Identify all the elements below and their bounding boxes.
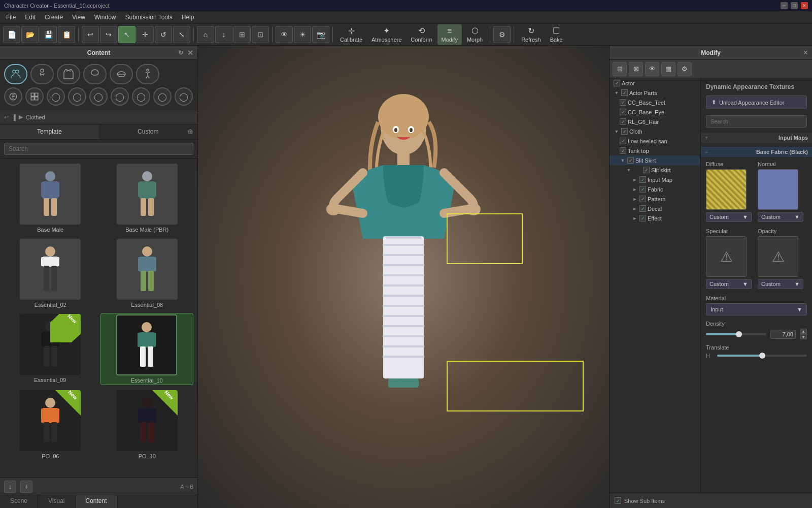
avatar-icon-btn[interactable] <box>4 64 27 84</box>
content-btn-add[interactable]: + <box>20 481 32 493</box>
redo-btn[interactable]: ↪ <box>100 26 117 43</box>
iso-btn[interactable]: ⊡ <box>252 26 269 43</box>
checkbox-cloth[interactable]: ✓ <box>621 128 628 135</box>
morph-btn[interactable]: ⬡ Morph <box>463 24 487 45</box>
grid-item-base-male[interactable]: Base Male <box>4 163 97 234</box>
density-spin-up[interactable]: ▲ <box>800 329 807 334</box>
expand-slit-skirt[interactable]: ▼ <box>620 157 626 164</box>
checkbox-low-heeled[interactable]: ✓ <box>620 138 626 144</box>
checkbox-pattern[interactable]: ✓ <box>639 196 646 202</box>
properties-search-input[interactable] <box>706 115 807 128</box>
menu-view[interactable]: View <box>68 13 89 22</box>
unload-appearance-editor-btn[interactable]: ⬆ Unload Appearance Editor <box>706 96 807 109</box>
expand-pattern[interactable]: ► <box>632 196 638 202</box>
specular-dropdown[interactable]: Custom ▼ <box>706 279 752 289</box>
tree-item-actor-parts[interactable]: ▼ ✓ Actor Parts <box>610 88 700 98</box>
icon-filter-3[interactable]: ◯ <box>47 87 65 106</box>
maximize-btn[interactable]: □ <box>791 2 798 9</box>
save-btn[interactable]: 💾 <box>40 26 57 43</box>
panel-close-btn[interactable]: ✕ <box>187 49 193 57</box>
checkbox-fabric[interactable]: ✓ <box>639 186 646 193</box>
conform-btn[interactable]: ⟲ Conform <box>407 24 436 45</box>
input-maps-expand[interactable]: + <box>705 135 708 141</box>
tab-custom[interactable]: Custom <box>99 124 198 139</box>
checkbox-actor-parts[interactable]: ✓ <box>621 89 628 96</box>
tree-item-cc-base-teeth[interactable]: ✓ CC_Base_Teet <box>610 98 700 107</box>
checkbox-tank-top[interactable]: ✓ <box>620 147 626 154</box>
diffuse-thumbnail[interactable] <box>706 169 747 210</box>
eye-btn[interactable]: 👁 <box>276 26 293 43</box>
grid-item-essential-09[interactable]: New Essential_09 <box>4 313 96 385</box>
tree-item-fabric[interactable]: ► ✓ Fabric <box>610 184 700 194</box>
tree-item-cc-base-eye[interactable]: ✓ CC_Base_Eye <box>610 107 700 117</box>
tab-content[interactable]: Content <box>76 495 118 508</box>
opacity-dropdown[interactable]: Custom ▼ <box>758 279 803 289</box>
rotate-btn[interactable]: ↺ <box>155 26 172 43</box>
tree-item-input-map[interactable]: ► ✓ Input Map <box>610 175 700 184</box>
rt-btn-grid[interactable]: ▦ <box>661 62 675 76</box>
body-icon-btn[interactable] <box>30 64 54 84</box>
menu-file[interactable]: File <box>2 13 20 22</box>
home-btn[interactable]: ⌂ <box>197 26 214 43</box>
modify-btn[interactable]: ≡ Modify <box>437 24 462 45</box>
undo-btn[interactable]: ↩ <box>82 26 99 43</box>
light-btn[interactable]: ☀ <box>294 26 311 43</box>
refresh-btn[interactable]: ↻ Refresh <box>517 24 545 45</box>
specular-thumbnail[interactable]: ⚠ <box>706 236 747 277</box>
rt-btn-eye[interactable]: 👁 <box>645 62 659 76</box>
checkbox-slit-skirt[interactable]: ✓ <box>627 157 634 164</box>
open-btn[interactable]: 📂 <box>21 26 39 43</box>
tree-item-pattern[interactable]: ► ✓ Pattern <box>610 194 700 204</box>
content-btn-down[interactable]: ↓ <box>4 481 16 493</box>
normal-thumbnail[interactable] <box>758 169 798 210</box>
rt-btn-sliders[interactable]: ⊟ <box>613 62 627 76</box>
translate-thumb[interactable] <box>759 353 765 359</box>
move-btn[interactable]: ✛ <box>137 26 154 43</box>
checkbox-slit-skirt-mesh[interactable]: ✓ <box>643 167 650 173</box>
nav-expand-btn[interactable]: ▐ <box>12 114 16 120</box>
tree-item-slit-skirt[interactable]: ▼ ✓ Slit Skirt <box>610 155 700 165</box>
select-btn[interactable]: ↖ <box>118 26 136 43</box>
icon-filter-7[interactable]: ◯ <box>132 87 150 106</box>
tree-item-rl-g6-hair[interactable]: ✓ RL_G6_Hair <box>610 117 700 126</box>
grid-item-essential-10[interactable]: Essential_10 <box>100 313 194 385</box>
hair-icon-btn[interactable] <box>83 64 107 84</box>
grid-item-po-06[interactable]: New PO_06 <box>4 389 97 460</box>
checkbox-cc-base-eye[interactable]: ✓ <box>620 109 626 115</box>
icon-filter-6[interactable]: ◯ <box>111 87 129 106</box>
material-dropdown[interactable]: Input ▼ <box>706 303 807 315</box>
close-btn[interactable]: ✕ <box>801 2 808 9</box>
icon-filter-1[interactable] <box>4 87 22 106</box>
checkbox-rl-g6-hair[interactable]: ✓ <box>620 118 626 125</box>
expand-actor-parts[interactable]: ▼ <box>614 90 620 96</box>
viewport[interactable] <box>198 46 609 508</box>
front-btn[interactable]: ↓ <box>215 26 232 43</box>
nav-back-btn[interactable]: ↩ <box>4 114 9 120</box>
grid-item-essential-02[interactable]: Essential_02 <box>4 238 97 309</box>
menu-help[interactable]: Help <box>178 13 198 22</box>
expand-effect[interactable]: ► <box>632 215 638 221</box>
input-maps-header[interactable]: + Input Maps <box>701 133 812 143</box>
tab-scene[interactable]: Scene <box>0 495 38 508</box>
panel-refresh-btn[interactable]: ↻ <box>178 49 183 56</box>
icon-filter-4[interactable]: ◯ <box>68 87 86 106</box>
tab-visual[interactable]: Visual <box>38 495 75 508</box>
tree-item-low-heeled[interactable]: ✓ Low-heeled san <box>610 136 700 146</box>
bake-btn[interactable]: ☐ Bake <box>546 24 567 45</box>
icon-filter-2[interactable] <box>25 87 44 106</box>
menu-edit[interactable]: Edit <box>21 13 40 22</box>
atmosphere-btn[interactable]: ✦ Atmosphere <box>367 24 405 45</box>
expand-slit-skirt-mesh[interactable]: ▼ <box>626 167 632 173</box>
show-sub-checkbox[interactable]: ✓ <box>615 497 621 504</box>
grid-item-essential-08[interactable]: Essential_08 <box>101 238 194 309</box>
cam-btn[interactable]: 📷 <box>312 26 329 43</box>
fit-btn[interactable]: ⊞ <box>233 26 251 43</box>
checkbox-effect[interactable]: ✓ <box>639 215 646 221</box>
base-fabric-expand[interactable]: − <box>705 149 708 155</box>
base-fabric-header[interactable]: − Base Fabric (Black) <box>701 147 812 157</box>
menu-create[interactable]: Create <box>41 13 67 22</box>
new-file-btn[interactable]: 📄 <box>3 26 20 43</box>
checkbox-actor[interactable]: ✓ <box>614 80 620 86</box>
rt-btn-settings[interactable]: ⚙ <box>678 62 692 76</box>
tab-sort-btn[interactable]: ⊕ <box>187 128 193 136</box>
